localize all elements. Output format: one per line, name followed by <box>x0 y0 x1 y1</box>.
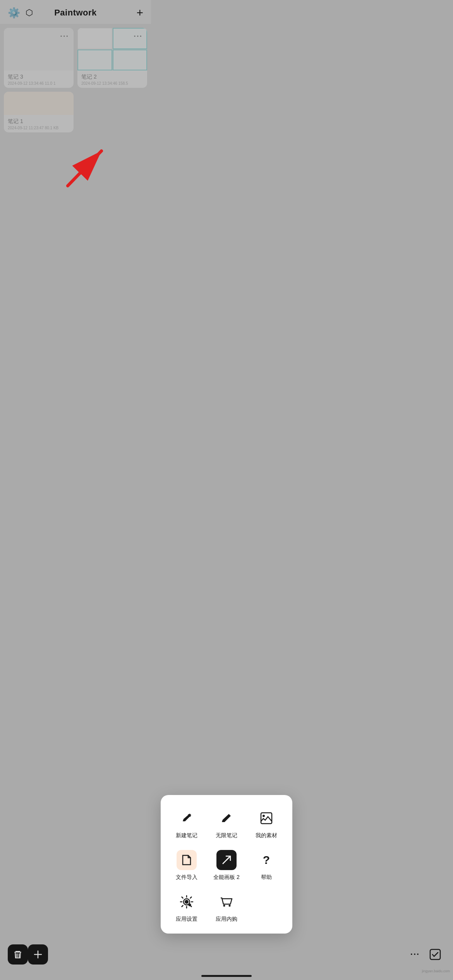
overlay[interactable] <box>0 0 151 327</box>
